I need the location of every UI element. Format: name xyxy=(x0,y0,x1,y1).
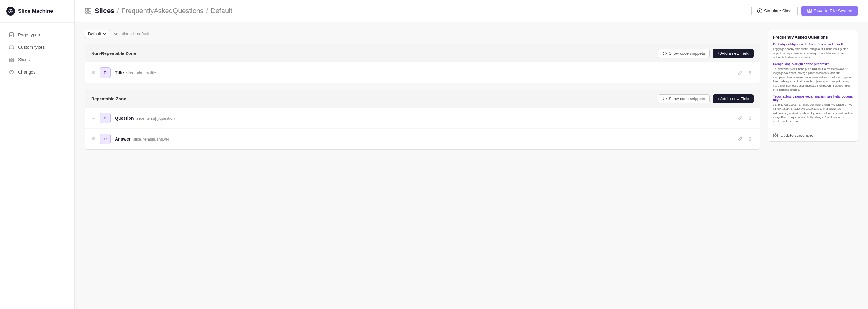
drag-handle-question-icon[interactable] xyxy=(91,116,96,121)
sidebar: Slice Machine Page types Custom types xyxy=(0,0,75,309)
variation-bar: Default Variation id : default xyxy=(85,30,760,38)
non-repeatable-add-field-label: + Add a new Field xyxy=(717,51,749,56)
sidebar-nav: Page types Custom types Slices xyxy=(0,23,74,84)
repeatable-zone-actions: Show code snippets + Add a new Field xyxy=(658,94,754,103)
header-left: Slices / FrequentlyAskedQuestions / Defa… xyxy=(85,7,232,15)
more-question-button[interactable] xyxy=(746,114,754,122)
sidebar-item-custom-types-label: Custom types xyxy=(18,45,45,50)
table-row: Tr Question slice.items[i].question xyxy=(85,108,760,129)
svg-point-32 xyxy=(750,119,750,120)
sidebar-item-page-types[interactable]: Page types xyxy=(2,29,72,41)
variation-id-label: Variation id : default xyxy=(114,31,149,36)
preview-a2: Tousled whatever iPhone put a bird on it… xyxy=(773,67,853,92)
sidebar-item-custom-types[interactable]: Custom types xyxy=(2,41,72,53)
preview-content: Frequently Asked Questions I'm baby cold… xyxy=(768,30,858,129)
field-path-question: slice.items[i].question xyxy=(136,116,175,121)
preview-q1: I'm baby cold-pressed ethical Brooklyn f… xyxy=(773,43,853,46)
field-name-title: Title xyxy=(115,70,124,75)
svg-point-36 xyxy=(750,137,750,138)
svg-point-26 xyxy=(750,74,750,74)
edit-question-button[interactable] xyxy=(736,114,744,122)
repeatable-zone-title: Repeatable Zone xyxy=(91,96,126,101)
field-type-badge-question: Tr xyxy=(100,113,111,124)
variation-badge-label: Default xyxy=(88,31,101,36)
sidebar-item-changes-label: Changes xyxy=(18,70,35,75)
table-row: Tr Title slice.primary.title xyxy=(85,63,760,83)
svg-rect-10 xyxy=(12,60,14,62)
field-actions-answer xyxy=(736,135,754,143)
svg-point-40 xyxy=(775,135,776,136)
sidebar-item-changes[interactable]: Changes xyxy=(2,66,72,78)
edit-answer-button[interactable] xyxy=(736,135,744,143)
non-repeatable-add-field-button[interactable]: + Add a new Field xyxy=(713,49,754,58)
preview-a1: Leggings shabby chic austin, affogato fi… xyxy=(773,47,853,60)
repeatable-zone: Repeatable Zone Show code snippets + Add… xyxy=(85,90,760,149)
breadcrumb-root: Slices xyxy=(95,7,115,14)
repeatable-zone-header: Repeatable Zone Show code snippets + Add… xyxy=(85,90,760,108)
repeatable-add-field-button[interactable]: + Add a new Field xyxy=(713,94,754,103)
sidebar-logo: Slice Machine xyxy=(0,0,74,23)
svg-rect-9 xyxy=(9,60,11,62)
preview-q3: Tacos actually ramps vegan mariam aesthe… xyxy=(773,95,853,102)
main-area: Slices / FrequentlyAskedQuestions / Defa… xyxy=(75,0,868,309)
svg-marker-17 xyxy=(759,10,761,12)
field-type-badge-answer: Tr xyxy=(100,134,111,144)
preview-q2: Forage single-origin coffee pinterest? xyxy=(773,63,853,66)
non-repeatable-zone: Non-Repeatable Zone Show code snippets +… xyxy=(85,44,760,83)
header-actions: Simulate Slice Save to File System xyxy=(751,6,858,16)
page-header: Slices / FrequentlyAskedQuestions / Defa… xyxy=(75,0,868,22)
svg-point-25 xyxy=(750,72,750,73)
simulate-slice-button[interactable]: Simulate Slice xyxy=(751,6,798,16)
non-repeatable-zone-actions: Show code snippets + Add a new Field xyxy=(658,49,754,58)
svg-rect-8 xyxy=(12,58,14,60)
code-icon xyxy=(662,51,667,56)
save-label: Save to File System xyxy=(814,8,853,13)
svg-rect-14 xyxy=(85,11,88,13)
code-icon-2 xyxy=(662,97,667,101)
field-name-question: Question xyxy=(115,116,134,121)
save-icon xyxy=(807,8,812,13)
drag-handle-icon[interactable] xyxy=(91,70,96,75)
update-screenshot-button[interactable]: Update screenshot xyxy=(768,129,858,141)
chevron-down-icon xyxy=(103,32,106,36)
breadcrumb-mid: FrequentlyAskedQuestions xyxy=(121,7,204,14)
non-repeatable-zone-title: Non-Repeatable Zone xyxy=(91,51,136,56)
svg-point-31 xyxy=(750,118,750,118)
svg-point-24 xyxy=(750,71,750,72)
non-repeatable-zone-header: Non-Repeatable Zone Show code snippets +… xyxy=(85,44,760,63)
field-type-badge-title: Tr xyxy=(100,67,111,78)
svg-rect-12 xyxy=(85,8,88,11)
field-path-answer: slice.items[i].answer xyxy=(133,137,169,141)
svg-rect-7 xyxy=(9,58,11,60)
svg-rect-20 xyxy=(808,11,811,12)
svg-rect-19 xyxy=(809,9,810,10)
save-to-file-system-button[interactable]: Save to File System xyxy=(801,6,858,16)
update-screenshot-label: Update screenshot xyxy=(780,133,814,138)
svg-rect-13 xyxy=(88,8,91,11)
table-row: Tr Answer slice.items[i].answer xyxy=(85,129,760,149)
svg-point-1 xyxy=(10,10,11,12)
drag-handle-answer-icon[interactable] xyxy=(91,136,96,142)
more-title-button[interactable] xyxy=(746,69,754,76)
sidebar-item-slices[interactable]: Slices xyxy=(2,54,72,66)
field-info-question: Question slice.items[i].question xyxy=(115,116,732,121)
repeatable-add-field-label: + Add a new Field xyxy=(717,96,749,101)
app-logo-icon xyxy=(6,7,15,15)
svg-point-38 xyxy=(750,140,750,140)
non-repeatable-show-code-button[interactable]: Show code snippets xyxy=(658,49,710,58)
repeatable-show-code-button[interactable]: Show code snippets xyxy=(658,94,710,103)
editor-area: Default Variation id : default Non-Repea… xyxy=(85,30,760,302)
sidebar-item-slices-label: Slices xyxy=(18,57,30,62)
non-repeatable-show-code-label: Show code snippets xyxy=(669,51,705,56)
preview-panel: Frequently Asked Questions I'm baby cold… xyxy=(768,30,858,142)
svg-point-30 xyxy=(750,116,750,117)
field-name-answer: Answer xyxy=(115,136,131,141)
variation-selector[interactable]: Default xyxy=(85,30,110,38)
repeatable-show-code-label: Show code snippets xyxy=(669,96,705,101)
svg-rect-6 xyxy=(9,46,14,49)
more-answer-button[interactable] xyxy=(746,135,754,143)
content-area: Default Variation id : default Non-Repea… xyxy=(75,22,868,309)
edit-title-button[interactable] xyxy=(736,69,744,76)
field-info-answer: Answer slice.items[i].answer xyxy=(115,136,732,141)
preview-a3: Jianbing waistcoat man braid cornhole ch… xyxy=(773,103,853,124)
